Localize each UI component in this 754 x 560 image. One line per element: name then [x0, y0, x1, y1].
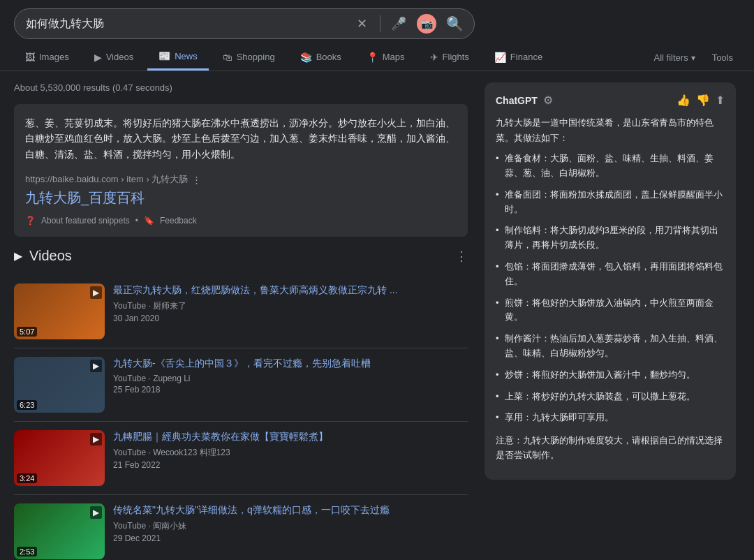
bullet-icon: • [496, 411, 499, 425]
video-title: 传统名菜"九转大肠"详细做法，q弹软糯的口感，一口咬下去过瘾 [113, 503, 468, 517]
left-column: About 5,530,000 results (0.47 seconds) 葱… [14, 82, 468, 560]
video-duration: 6:23 [17, 400, 37, 410]
video-info: 最正宗九转大肠，红烧肥肠做法，鲁菜大师高炳义教做正宗九转 ... YouTube… [113, 283, 468, 339]
videos-section-icon: ▶ [14, 249, 22, 263]
tab-maps-label: Maps [383, 52, 405, 62]
snippet-menu-icon[interactable]: ⋮ [192, 175, 201, 185]
video-date: 29 Dec 2021 [113, 533, 468, 543]
news-icon: 📰 [158, 50, 170, 61]
snippet-source: https://baike.baidu.com › item › 九转大肠 ⋮ [25, 173, 457, 186]
video-title: 九转大肠-《舌尖上的中国３》，看完不过瘾，先别急着吐槽 [113, 357, 468, 371]
books-icon: 📚 [300, 52, 312, 63]
bookmark-icon: 🔖 [144, 216, 154, 226]
search-bar-container: 如何做九转大肠 ✕ 🎤 📷 🔍 [0, 0, 754, 39]
finance-icon: 📈 [494, 52, 506, 63]
chatgpt-settings-icon[interactable]: ⚙ [543, 94, 553, 107]
featured-snippet: 葱、姜、芫荽切成末。将切好后的猪大肠在沸水中煮透捞出，沥净水分。炒勺放在小火上，… [14, 104, 468, 237]
snippet-footer: ❓ About featured snippets • 🔖 Feedback [25, 216, 457, 226]
maps-icon: 📍 [367, 52, 378, 63]
videos-more-button[interactable]: ⋮ [455, 249, 468, 264]
right-column: ChatGPT ⚙ 👍 👎 ⬆ 九转大肠是一道中国传统菜肴，是山东省青岛市的特色… [485, 82, 736, 560]
tab-finance[interactable]: 📈 Finance [483, 46, 554, 70]
tab-books[interactable]: 📚 Books [289, 46, 353, 70]
tools-button[interactable]: Tools [705, 47, 740, 68]
video-item[interactable]: 2:53 ▶ 传统名菜"九转大肠"详细做法，q弹软糯的口感，一口咬下去过瘾 Yo… [14, 495, 468, 560]
bullet-icon: • [496, 260, 499, 289]
search-bar: 如何做九转大肠 ✕ 🎤 📷 🔍 [14, 8, 475, 39]
search-query: 如何做九转大肠 [26, 17, 353, 31]
step-text: 享用：九转大肠即可享用。 [505, 411, 614, 425]
step-text: 制作馅料：将大肠切成约3厘米的段，用刀背将其切出薄片，再将片切成长段。 [505, 223, 725, 253]
videos-icon: ▶ [94, 52, 102, 63]
main-content: About 5,530,000 results (0.47 seconds) 葱… [0, 71, 754, 560]
thumbs-down-icon[interactable]: 👎 [696, 94, 710, 107]
chatgpt-logo: ChatGPT [496, 95, 538, 106]
tab-shopping-label: Shopping [237, 52, 275, 62]
list-item: • 准备食材：大肠、面粉、盐、味精、生抽、料酒、姜蒜、葱、油、白胡椒粉。 [496, 152, 725, 181]
step-text: 炒饼：将煎好的大肠饼加入酱汁中，翻炒均匀。 [505, 368, 695, 383]
step-text: 上菜：将炒好的九转大肠装盘，可以撒上葱花。 [505, 390, 695, 404]
search-submit-icon[interactable]: 🔍 [446, 15, 463, 32]
results-count: About 5,530,000 results (0.47 seconds) [14, 82, 468, 93]
bullet-icon: • [496, 188, 499, 217]
bullet-icon: • [496, 368, 499, 383]
tab-news[interactable]: 📰 News [147, 45, 209, 71]
play-icon: ▶ [90, 433, 102, 445]
footer-separator: • [135, 216, 138, 226]
video-date: 30 Jan 2020 [113, 314, 468, 323]
video-source: YouTube · 闽南小妹 [113, 520, 468, 532]
all-filters-button[interactable]: All filters ▾ [647, 47, 702, 68]
chatgpt-header: ChatGPT ⚙ 👍 👎 ⬆ [496, 94, 725, 107]
list-item: • 制作馅料：将大肠切成约3厘米的段，用刀背将其切出薄片，再将片切成长段。 [496, 223, 725, 253]
chatgpt-intro: 九转大肠是一道中国传统菜肴，是山东省青岛市的特色菜。其做法如下： [496, 115, 725, 146]
chatgpt-body: 九转大肠是一道中国传统菜肴，是山东省青岛市的特色菜。其做法如下： • 准备食材：… [496, 115, 725, 463]
tools-label: Tools [712, 52, 733, 63]
tab-finance-label: Finance [510, 52, 542, 62]
snippet-link[interactable]: 九转大肠_百度百科 [25, 190, 145, 205]
video-source: YouTube · 厨师来了 [113, 300, 468, 312]
list-item: • 准备面团：将面粉加水揉成面团，盖上保鲜膜醒面半小时。 [496, 188, 725, 217]
video-source: YouTube · Zupeng Li [113, 374, 468, 383]
video-duration: 2:53 [17, 547, 37, 557]
video-item[interactable]: 3:24 ▶ 九轉肥腸｜經典功夫菜教你在家做【寶寶輕鬆煮】 YouTube · … [14, 422, 468, 495]
clear-icon[interactable]: ✕ [353, 15, 370, 32]
video-item[interactable]: 5:07 ▶ 最正宗九转大肠，红烧肥肠做法，鲁菜大师高炳义教做正宗九转 ... … [14, 275, 468, 348]
tab-bar: 🖼 Images ▶ Videos 📰 News 🛍 Shopping 📚 Bo… [0, 39, 754, 71]
thumbs-up-icon[interactable]: 👍 [677, 94, 690, 107]
lens-icon[interactable]: 📷 [417, 14, 436, 34]
video-info: 传统名菜"九转大肠"详细做法，q弹软糯的口感，一口咬下去过瘾 YouTube ·… [113, 503, 468, 559]
video-date: 21 Feb 2022 [113, 460, 468, 470]
video-thumbnail: 3:24 ▶ [14, 430, 105, 486]
feedback-button[interactable]: Feedback [160, 216, 197, 226]
tab-shopping[interactable]: 🛍 Shopping [212, 46, 286, 70]
play-icon: ▶ [90, 286, 102, 299]
videos-section-title: Videos [29, 248, 72, 264]
flights-icon: ✈ [430, 52, 438, 63]
video-item[interactable]: 6:23 ▶ 九转大肠-《舌尖上的中国３》，看完不过瘾，先别急着吐槽 YouTu… [14, 348, 468, 422]
tab-flights[interactable]: ✈ Flights [419, 46, 480, 70]
tab-flights-label: Flights [443, 52, 469, 62]
video-duration: 3:24 [17, 473, 37, 483]
bullet-icon: • [496, 332, 499, 361]
step-text: 准备面团：将面粉加水揉成面团，盖上保鲜膜醒面半小时。 [505, 188, 725, 217]
step-text: 煎饼：将包好的大肠饼放入油锅内，中火煎至两面金黄。 [505, 296, 725, 325]
tab-maps[interactable]: 📍 Maps [355, 46, 416, 70]
step-text: 制作酱汁：热油后加入葱姜蒜炒香，加入生抽、料酒、盐、味精、白胡椒粉炒匀。 [505, 332, 725, 361]
list-item: • 制作酱汁：热油后加入葱姜蒜炒香，加入生抽、料酒、盐、味精、白胡椒粉炒匀。 [496, 332, 725, 361]
step-text: 包馅：将面团擀成薄饼，包入馅料，再用面团将馅料包住。 [505, 260, 725, 289]
microphone-icon[interactable]: 🎤 [390, 15, 407, 32]
about-snippets-text[interactable]: About featured snippets [41, 216, 130, 226]
search-icons: ✕ 🎤 📷 🔍 [353, 14, 463, 34]
tab-videos[interactable]: ▶ Videos [83, 46, 145, 70]
play-icon: ▶ [90, 360, 102, 372]
bullet-icon: • [496, 296, 499, 325]
play-icon: ▶ [90, 506, 102, 519]
video-thumbnail: 2:53 ▶ [14, 503, 105, 559]
bullet-icon: • [496, 223, 499, 253]
share-icon[interactable]: ⬆ [716, 94, 725, 107]
video-source: YouTube · Wecook123 料理123 [113, 447, 468, 459]
chatgpt-actions: 👍 👎 ⬆ [677, 94, 725, 107]
list-item: • 上菜：将炒好的九转大肠装盘，可以撒上葱花。 [496, 390, 725, 404]
videos-section: ▶ Videos ⋮ 5:07 ▶ 最正宗九转大肠，红烧肥肠做法，鲁菜大师高炳义… [14, 248, 468, 560]
tab-images[interactable]: 🖼 Images [14, 46, 80, 70]
